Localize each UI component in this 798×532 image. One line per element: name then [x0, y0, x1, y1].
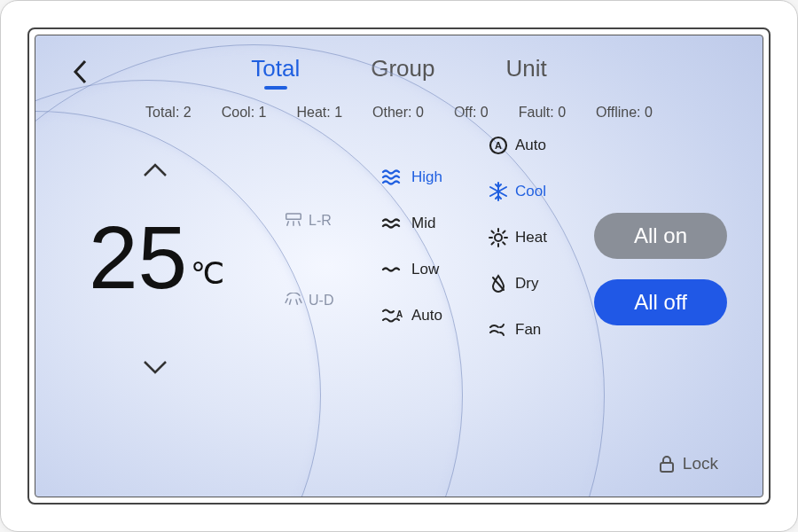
svg-rect-0 — [286, 214, 301, 219]
svg-line-20 — [503, 242, 505, 244]
svg-line-7 — [299, 298, 301, 303]
svg-line-19 — [492, 231, 494, 233]
mode-dry-label: Dry — [515, 275, 538, 293]
fan-mid[interactable]: Mid — [381, 215, 442, 232]
mode-cool-label: Cool — [515, 183, 546, 200]
device-frame: Total Group Unit Total: 2 Cool: 1 Heat: … — [0, 0, 798, 532]
waves-high-icon — [381, 168, 404, 186]
mode-heat[interactable]: Heat — [488, 227, 547, 248]
screen: Total Group Unit Total: 2 Cool: 1 Heat: … — [35, 35, 763, 497]
svg-line-3 — [299, 221, 301, 226]
mode-fan-label: Fan — [515, 321, 541, 339]
waves-low-icon — [381, 261, 404, 278]
bezel: Total Group Unit Total: 2 Cool: 1 Heat: … — [27, 27, 771, 505]
mode-heat-label: Heat — [515, 229, 547, 246]
waves-auto-icon: A — [381, 307, 404, 325]
swing-lr-icon — [284, 213, 303, 229]
fan-low-label: Low — [411, 261, 439, 278]
swing-lr-button[interactable]: L-R — [284, 213, 332, 229]
lock-label: Lock — [683, 454, 718, 473]
sun-icon — [488, 227, 509, 248]
svg-text:A: A — [495, 140, 502, 151]
svg-text:A: A — [396, 309, 403, 319]
fan-high-label: High — [411, 168, 442, 186]
all-on-button[interactable]: All on — [594, 213, 727, 259]
mode-fan[interactable]: Fan — [488, 319, 547, 340]
tab-unit[interactable]: Unit — [505, 55, 546, 90]
svg-line-5 — [289, 299, 291, 304]
temp-down-button[interactable] — [142, 356, 168, 378]
snowflake-icon — [488, 181, 509, 202]
temperature-value: 25 — [89, 213, 187, 301]
swing-ud-button[interactable]: U-D — [284, 293, 333, 309]
fan-speed-column: High Mid Low — [381, 168, 442, 325]
svg-point-14 — [495, 234, 502, 241]
fan-icon — [488, 319, 509, 340]
all-off-button[interactable]: All off — [594, 279, 727, 325]
fan-auto-label: Auto — [411, 307, 442, 325]
mode-auto[interactable]: A Auto — [488, 135, 547, 156]
lock-icon — [658, 454, 676, 473]
temp-up-button[interactable] — [142, 160, 168, 181]
status-fault: Fault: 0 — [519, 105, 566, 121]
lock-button[interactable]: Lock — [658, 454, 718, 473]
fan-high[interactable]: High — [381, 168, 442, 186]
mode-dry[interactable]: Dry — [488, 273, 547, 294]
svg-line-1 — [287, 221, 289, 226]
svg-line-4 — [286, 298, 288, 303]
status-offline: Offline: 0 — [596, 105, 653, 121]
fan-auto[interactable]: A Auto — [381, 307, 442, 325]
svg-line-22 — [503, 231, 505, 233]
svg-rect-24 — [661, 463, 673, 472]
temperature-display: 25 ℃ — [89, 213, 224, 301]
mode-column: A Auto Cool — [488, 135, 547, 340]
swing-ud-icon — [284, 293, 303, 309]
fan-low[interactable]: Low — [381, 261, 442, 278]
fan-mid-label: Mid — [411, 215, 435, 232]
swing-lr-label: L-R — [309, 213, 332, 229]
waves-mid-icon — [381, 215, 404, 232]
temperature-unit: ℃ — [191, 255, 224, 291]
auto-icon: A — [488, 135, 509, 156]
mode-cool[interactable]: Cool — [488, 181, 547, 202]
mode-auto-label: Auto — [515, 137, 546, 154]
svg-line-21 — [492, 242, 494, 244]
droplet-icon — [488, 273, 509, 294]
swing-ud-label: U-D — [309, 293, 333, 309]
svg-line-6 — [296, 299, 298, 304]
